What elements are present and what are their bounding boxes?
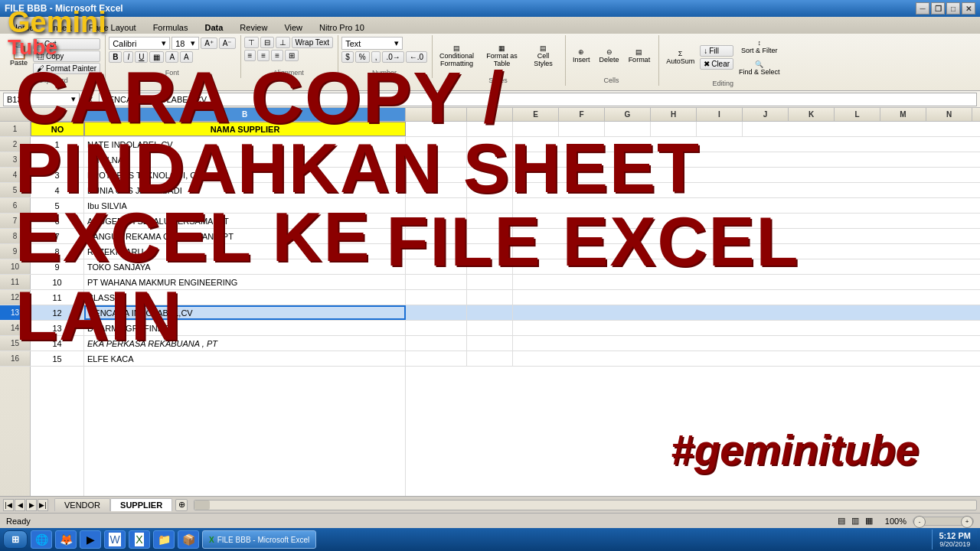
merge-button[interactable]: ⊞ [285,50,299,61]
tab-data[interactable]: Data [196,18,231,35]
decrease-decimal-button[interactable]: ←.0 [406,51,427,63]
paste-button[interactable]: 📋 Paste [6,37,31,75]
cell-c4[interactable] [406,168,467,182]
cell-a12[interactable]: 11 [31,290,84,305]
tab-insert[interactable]: Insert [42,18,80,35]
sort-filter-button[interactable]: ↕ Sort & Filter [735,37,784,57]
restore-button[interactable]: ❐ [931,2,945,15]
cell-d8[interactable] [467,229,513,243]
taskbar-ie-button[interactable]: 🌐 [31,530,52,549]
font-color-button[interactable]: A [180,51,193,63]
cell-d5[interactable] [467,183,513,197]
tab-page-layout[interactable]: Page Layout [80,18,145,35]
find-select-button[interactable]: 🔍 Find & Select [735,58,784,78]
layout-break-icon[interactable]: ▦ [865,516,873,526]
number-format-dropdown[interactable]: Text▾ [341,37,403,50]
fill-color-button[interactable]: A [165,51,178,63]
col-header-extra[interactable]: C [972,108,980,121]
tab-home[interactable]: Home [3,18,42,35]
insert-sheet-button[interactable]: ⊕ [175,499,188,511]
cell-b16[interactable]: ELFE KACA [84,351,406,366]
format-painter-button[interactable]: 🖌 Format Painter [33,63,100,74]
col-header-i[interactable]: I [697,108,743,121]
delete-button[interactable]: ⊖ Delete [596,37,623,75]
increase-decimal-button[interactable]: .0→ [382,51,403,63]
format-as-table-button[interactable]: ▦ Format as Table [481,37,523,75]
cell-c1[interactable] [406,122,467,136]
cell-c8[interactable] [406,229,467,243]
col-header-j[interactable]: J [743,108,789,121]
copy-button[interactable]: ⿻ Copy [33,51,100,62]
increase-font-button[interactable]: A⁺ [201,37,217,49]
decrease-font-button[interactable]: A⁻ [219,37,236,49]
cell-c16[interactable] [406,351,467,366]
taskbar-media-button[interactable]: ▶ [80,530,101,549]
cell-d10[interactable] [467,259,513,274]
taskbar-archive-button[interactable]: 📦 [178,530,199,549]
cell-c10[interactable] [406,259,467,274]
cell-d2[interactable] [467,137,513,152]
align-middle-button[interactable]: ⊟ [260,37,274,48]
cell-b14[interactable]: DHARMA GRAFINDO [84,321,406,335]
col-header-l[interactable]: L [835,108,880,121]
cell-a10[interactable]: 9 [31,259,84,274]
layout-normal-icon[interactable]: ▤ [838,516,845,526]
cell-b12[interactable]: CLASSIC [84,290,406,305]
cell-g1[interactable] [605,122,651,136]
col-header-n[interactable]: N [926,108,972,121]
col-header-e[interactable]: E [513,108,559,121]
sheet-first-button[interactable]: |◀ [3,499,14,511]
close-button[interactable]: ✕ [962,2,975,15]
zoom-minus-button[interactable]: - [913,516,926,528]
wrap-text-button[interactable]: Wrap Text [292,37,334,48]
cell-i1[interactable] [697,122,743,136]
col-header-k[interactable]: K [789,108,835,121]
percent-button[interactable]: % [355,51,370,63]
cell-b2[interactable]: NATE INDOLABEL,CV [84,137,406,152]
taskbar-folder-button[interactable]: 📁 [153,530,175,549]
tab-view[interactable]: View [276,18,311,35]
start-button[interactable]: ⊞ [3,530,28,549]
tab-formulas[interactable]: Formulas [145,18,197,35]
cell-a6[interactable]: 5 [31,198,84,213]
cell-c14[interactable] [406,321,467,335]
zoom-slider[interactable]: + - [913,517,974,526]
cell-d7[interactable] [467,214,513,228]
cell-a7[interactable]: 6 [31,214,84,228]
cell-c6[interactable] [406,198,467,213]
cell-a15[interactable]: 14 [31,336,84,350]
cell-d12[interactable] [467,290,513,305]
sheet-prev-button[interactable]: ◀ [15,499,25,511]
cell-d11[interactable] [467,275,513,289]
clear-button[interactable]: ✖ Clear [700,58,733,70]
zoom-plus-button[interactable]: + [961,516,973,528]
cell-c15[interactable] [406,336,467,350]
cell-e1[interactable] [513,122,559,136]
cell-f1[interactable] [559,122,605,136]
underline-button[interactable]: U [135,51,148,63]
cell-d13[interactable] [467,305,513,320]
fill-button[interactable]: ↓ Fill [700,45,733,57]
taskbar-excel-icon-button[interactable]: X [129,530,150,549]
cell-a14[interactable]: 13 [31,321,84,335]
cell-d6[interactable] [467,198,513,213]
format-button[interactable]: ▤ Format [625,37,655,75]
cell-b11[interactable]: PT WAHANA MAKMUR ENGINEERING [84,275,406,289]
cell-b1[interactable]: NAMA SUPPLIER [84,122,406,136]
taskbar-excel-button[interactable]: X FILE BBB - Microsoft Excel [202,530,316,549]
comma-button[interactable]: , [371,51,381,63]
minimize-button[interactable]: ─ [916,2,929,15]
col-header-c[interactable]: C [406,108,467,121]
cell-d1[interactable] [467,122,513,136]
cell-d4[interactable] [467,168,513,182]
cell-b3[interactable]: Ibu ELNA [84,152,406,167]
cell-d16[interactable] [467,351,513,366]
cell-c12[interactable] [406,290,467,305]
cell-b10[interactable]: TOKO SANJAYA [84,259,406,274]
border-button[interactable]: ▦ [149,51,164,63]
col-header-h[interactable]: H [651,108,697,121]
sheet-tab-vendor[interactable]: VENDOR [54,498,110,511]
cell-d14[interactable] [467,321,513,335]
col-header-m[interactable]: M [880,108,926,121]
cell-a2[interactable]: 1 [31,137,84,152]
